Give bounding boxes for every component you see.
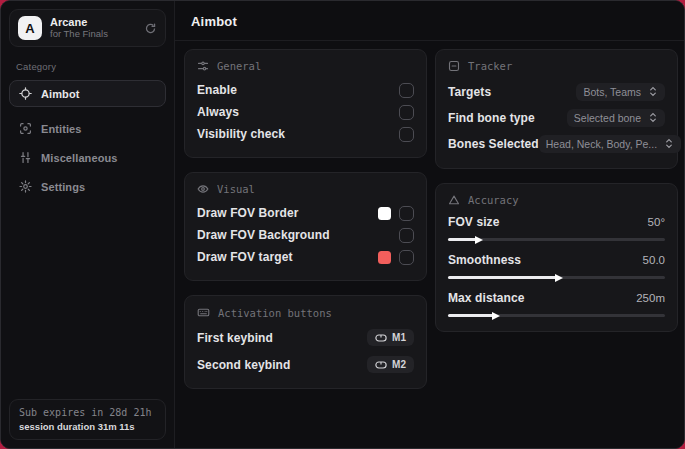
setting-row-visibility-check: Visibility check: [197, 123, 414, 145]
enable-checkbox[interactable]: [399, 83, 414, 98]
visibility-check-checkbox[interactable]: [399, 127, 414, 142]
fov-border-color-swatch[interactable]: [378, 207, 391, 220]
visual-card-title: Visual: [217, 183, 255, 195]
fov-size-value: 50°: [648, 216, 665, 228]
dropdown-value: Selected bone: [574, 112, 641, 124]
setting-label: Smoothness: [448, 253, 521, 267]
second-keybind-button[interactable]: M2: [367, 356, 414, 373]
chevron-up-down-icon: [648, 86, 658, 97]
sliders-icon: [19, 151, 32, 164]
setting-label: Targets: [448, 85, 491, 99]
bones-selected-dropdown[interactable]: Head, Neck, Body, Pe...: [539, 135, 681, 153]
category-label: Category: [16, 61, 166, 72]
accuracy-card: Accuracy FOV size 50°: [435, 183, 678, 332]
targets-dropdown[interactable]: Bots, Teams: [576, 83, 665, 101]
refresh-icon[interactable]: [144, 22, 157, 35]
chevron-up-down-icon: [664, 138, 674, 149]
sidebar-item-settings[interactable]: Settings: [9, 173, 166, 200]
smoothness-value: 50.0: [643, 254, 665, 266]
general-card-title: General: [217, 60, 261, 72]
sidebar-item-label: Miscellaneous: [41, 152, 118, 164]
row-controls: [399, 228, 414, 243]
dropdown-value: Bots, Teams: [583, 86, 641, 98]
sub-expires-text: Sub expires in 28d 21h: [19, 407, 156, 418]
fov-target-color-swatch[interactable]: [378, 251, 391, 264]
slider-fill: [448, 238, 477, 241]
general-card-header: General: [197, 60, 414, 72]
left-column: General Enable Always Visibility check: [184, 49, 427, 440]
setting-row-first-keybind: First keybind M1: [197, 326, 414, 349]
crosshair-icon: [19, 87, 32, 100]
setting-row-max-distance: Max distance 250m: [448, 289, 665, 317]
smoothness-slider-thumb[interactable]: [555, 274, 563, 282]
always-checkbox[interactable]: [399, 105, 414, 120]
setting-label: Bones Selected: [448, 137, 539, 151]
setting-row-fov-background: Draw FOV Background: [197, 224, 414, 246]
setting-row-bones-selected: Bones Selected Head, Neck, Body, Pe...: [448, 131, 665, 156]
sidebar-item-label: Aimbot: [41, 88, 79, 100]
chevron-up-down-icon: [648, 112, 658, 123]
keybind-value: M1: [392, 332, 406, 343]
triangle-icon: [448, 194, 460, 206]
setting-row-smoothness: Smoothness 50.0: [448, 251, 665, 279]
sidebar-item-miscellaneous[interactable]: Miscellaneous: [9, 144, 166, 171]
fov-background-checkbox[interactable]: [399, 228, 414, 243]
sidebar-item-aimbot[interactable]: Aimbot: [9, 80, 166, 107]
setting-label: Max distance: [448, 291, 525, 305]
setting-row-fov-border: Draw FOV Border: [197, 202, 414, 224]
setting-row-fov-target: Draw FOV target: [197, 246, 414, 268]
setting-row-enable: Enable: [197, 79, 414, 101]
first-keybind-button[interactable]: M1: [367, 329, 414, 346]
slider-header: FOV size 50°: [448, 213, 665, 231]
app-name: Arcane: [50, 16, 136, 29]
fov-target-checkbox[interactable]: [399, 250, 414, 265]
setting-row-find-bone-type: Find bone type Selected bone: [448, 105, 665, 130]
setting-label: FOV size: [448, 215, 499, 229]
find-bone-type-dropdown[interactable]: Selected bone: [567, 109, 665, 127]
main-area: Aimbot General: [175, 1, 684, 448]
keybind-value: M2: [392, 359, 406, 370]
setting-label: Find bone type: [448, 111, 535, 125]
fov-size-slider-thumb[interactable]: [475, 236, 483, 244]
subscription-card: Sub expires in 28d 21h session duration …: [9, 399, 166, 440]
accuracy-card-header: Accuracy: [448, 194, 665, 206]
max-distance-slider-thumb[interactable]: [492, 312, 500, 320]
fov-size-slider[interactable]: [448, 238, 665, 241]
slider-header: Max distance 250m: [448, 289, 665, 307]
setting-label: Draw FOV Background: [197, 228, 330, 242]
fov-border-checkbox[interactable]: [399, 206, 414, 221]
mouse-icon: [375, 360, 387, 370]
titlebar: Aimbot: [175, 1, 684, 41]
setting-row-second-keybind: Second keybind M2: [197, 353, 414, 376]
smoothness-slider[interactable]: [448, 276, 665, 279]
setting-label: Draw FOV target: [197, 250, 293, 264]
sidebar-item-entities[interactable]: Entities: [9, 115, 166, 142]
setting-label: First keybind: [197, 331, 273, 345]
tracker-card-title: Tracker: [468, 60, 512, 72]
sidebar-spacer: [9, 202, 166, 399]
setting-label: Draw FOV Border: [197, 206, 299, 220]
general-icon: [197, 60, 209, 72]
sidebar: A Arcane for The Finals Category Aimbot: [1, 1, 175, 448]
accuracy-card-title: Accuracy: [468, 194, 519, 206]
gear-icon: [19, 180, 32, 193]
max-distance-slider[interactable]: [448, 314, 665, 317]
frame-icon: [448, 60, 460, 72]
slider-fill: [448, 276, 557, 279]
sidebar-item-label: Entities: [41, 123, 82, 135]
setting-label: Second keybind: [197, 358, 290, 372]
row-controls: [378, 206, 414, 221]
setting-label: Enable: [197, 83, 237, 97]
app-window: A Arcane for The Finals Category Aimbot: [0, 0, 685, 449]
app-subtitle: for The Finals: [50, 29, 136, 40]
mouse-icon: [375, 333, 387, 343]
tracker-card: Tracker Targets Bots, Teams: [435, 49, 678, 169]
max-distance-value: 250m: [636, 292, 665, 304]
brand-card: A Arcane for The Finals: [9, 9, 166, 47]
visual-card: Visual Draw FOV Border Draw FOV Backgrou…: [184, 172, 427, 281]
setting-row-fov-size: FOV size 50°: [448, 213, 665, 241]
slider-header: Smoothness 50.0: [448, 251, 665, 269]
right-column: Tracker Targets Bots, Teams: [435, 49, 678, 440]
activation-card: Activation buttons First keybind M1: [184, 295, 427, 389]
app-logo: A: [18, 16, 42, 40]
